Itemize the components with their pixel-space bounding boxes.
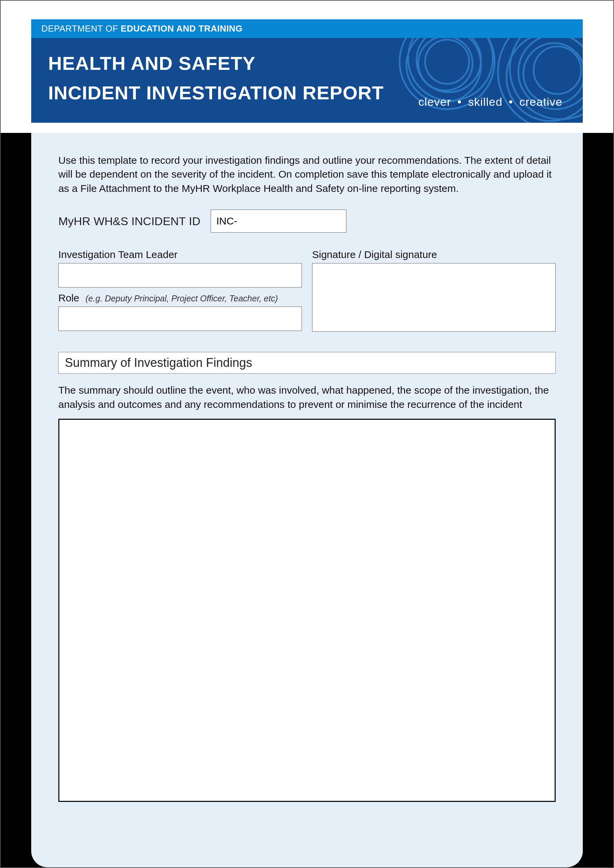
form-card: Use this template to record your investi… xyxy=(31,133,583,867)
instructions-text: Use this template to record your investi… xyxy=(58,153,556,195)
tagline-word-1: clever xyxy=(418,95,451,108)
signature-label: Signature / Digital signature xyxy=(312,249,556,260)
role-input[interactable] xyxy=(58,307,302,331)
signature-box[interactable] xyxy=(312,263,556,332)
signature-column: Signature / Digital signature xyxy=(312,249,556,332)
summary-heading: Summary of Investigation Findings xyxy=(58,352,556,374)
department-prefix: DEPARTMENT OF xyxy=(41,23,121,34)
title-bar: HEALTH AND SAFETY INCIDENT INVESTIGATION… xyxy=(31,38,583,123)
summary-textarea[interactable] xyxy=(58,419,556,802)
department-name: EDUCATION AND TRAINING xyxy=(121,23,242,34)
leader-column: Investigation Team Leader Role (e.g. Dep… xyxy=(58,249,302,332)
role-hint: (e.g. Deputy Principal, Project Officer,… xyxy=(85,294,278,303)
title-line-2: INCIDENT INVESTIGATION REPORT xyxy=(48,82,384,104)
tagline: clever • skilled • creative xyxy=(418,95,563,108)
leader-signature-row: Investigation Team Leader Role (e.g. Dep… xyxy=(58,249,556,332)
header-area: DEPARTMENT OF EDUCATION AND TRAINING HEA… xyxy=(1,1,613,133)
incident-id-label: MyHR WH&S INCIDENT ID xyxy=(58,215,201,228)
title-line-1: HEALTH AND SAFETY xyxy=(48,53,255,74)
tagline-word-2: skilled xyxy=(468,95,502,108)
bullet-icon: • xyxy=(455,95,465,108)
body-area: Use this template to record your investi… xyxy=(1,133,613,867)
role-label: Role xyxy=(58,292,79,304)
page: DEPARTMENT OF EDUCATION AND TRAINING HEA… xyxy=(0,0,614,868)
bullet-icon: • xyxy=(506,95,516,108)
role-label-row: Role (e.g. Deputy Principal, Project Off… xyxy=(58,292,302,304)
department-bar: DEPARTMENT OF EDUCATION AND TRAINING xyxy=(31,19,583,38)
incident-id-row: MyHR WH&S INCIDENT ID xyxy=(58,209,556,232)
incident-id-input[interactable] xyxy=(211,209,347,232)
team-leader-label: Investigation Team Leader xyxy=(58,249,302,260)
team-leader-input[interactable] xyxy=(58,263,302,288)
tagline-word-3: creative xyxy=(519,95,563,108)
summary-description: The summary should outline the event, wh… xyxy=(58,383,556,411)
